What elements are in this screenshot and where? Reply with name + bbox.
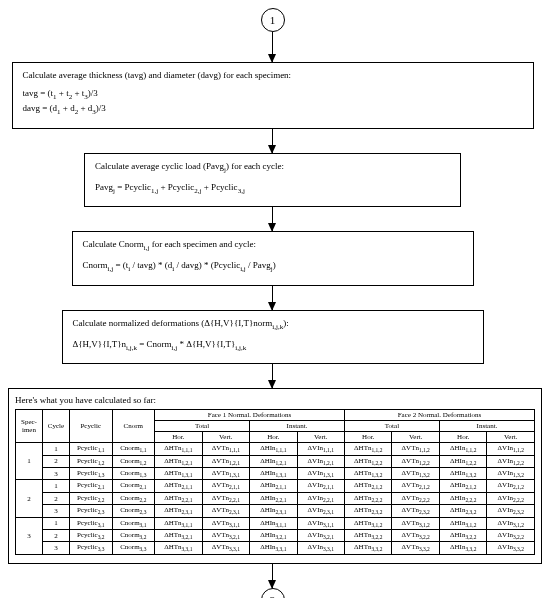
col-cycle: Cycle bbox=[42, 410, 69, 443]
cell-value: ΔHTn2,1,2 bbox=[345, 480, 392, 492]
table-row: 3Pcyclic1,3Cnorm1,3ΔHTn1,3,1ΔVTn1,3,1ΔHI… bbox=[16, 468, 535, 480]
cell-value: ΔHIn1,1,1 bbox=[250, 443, 297, 455]
col-face1: Face 1 Normal. Deformations bbox=[155, 410, 345, 421]
col-vert: Vert. bbox=[202, 432, 249, 443]
cell-specimen: 1 bbox=[16, 443, 43, 480]
cell-value: ΔVTn1,2,1 bbox=[202, 455, 249, 467]
cell-cnorm: Cnorm3,3 bbox=[112, 542, 155, 554]
cell-value: ΔVIn3,1,1 bbox=[297, 517, 344, 529]
cell-cycle: 1 bbox=[42, 443, 69, 455]
table-row: 21Pcyclic2,1Cnorm2,1ΔHTn2,1,1ΔVTn2,1,1ΔH… bbox=[16, 480, 535, 492]
cell-value: ΔVTn3,1,2 bbox=[392, 517, 439, 529]
step-2-title: Calculate average cyclic load (Pavgj) fo… bbox=[95, 160, 450, 175]
cell-value: ΔVTn3,3,1 bbox=[202, 542, 249, 554]
cell-value: ΔHIn1,3,2 bbox=[439, 468, 486, 480]
cell-value: ΔVIn1,3,2 bbox=[487, 468, 535, 480]
cell-value: ΔVTn2,1,1 bbox=[202, 480, 249, 492]
table-row: 3Pcyclic2,3Cnorm2,3ΔHTn2,3,1ΔVTn2,3,1ΔHI… bbox=[16, 505, 535, 517]
cell-value: ΔVIn1,1,2 bbox=[487, 443, 535, 455]
table-row: 11Pcyclic1,1Cnorm1,1ΔHTn1,1,1ΔVTn1,1,1ΔH… bbox=[16, 443, 535, 455]
cell-cnorm: Cnorm2,2 bbox=[112, 492, 155, 504]
cell-value: ΔVTn1,3,1 bbox=[202, 468, 249, 480]
col-vert: Vert. bbox=[487, 432, 535, 443]
cell-value: ΔVIn3,3,2 bbox=[487, 542, 535, 554]
connector-bottom: 2 bbox=[261, 588, 285, 598]
arrow-icon bbox=[272, 207, 273, 231]
cell-value: ΔVTn3,1,1 bbox=[202, 517, 249, 529]
cell-value: ΔHIn1,1,2 bbox=[439, 443, 486, 455]
col-hor: Hor. bbox=[439, 432, 486, 443]
cell-value: ΔHIn2,3,2 bbox=[439, 505, 486, 517]
cell-cycle: 2 bbox=[42, 455, 69, 467]
arrow-icon bbox=[272, 286, 273, 310]
cell-cycle: 3 bbox=[42, 468, 69, 480]
step-4-title: Calculate normalized deformations (Δ{H,V… bbox=[73, 317, 473, 332]
step-1-box: Calculate average thickness (tavg) and d… bbox=[12, 62, 534, 129]
cell-value: ΔHIn3,2,2 bbox=[439, 530, 486, 542]
cell-value: ΔHTn2,2,1 bbox=[155, 492, 202, 504]
cell-value: ΔVIn1,3,1 bbox=[297, 468, 344, 480]
arrow-icon bbox=[272, 364, 273, 388]
cell-value: ΔHTn2,3,2 bbox=[345, 505, 392, 517]
cell-value: ΔVIn1,2,1 bbox=[297, 455, 344, 467]
col-vert: Vert. bbox=[297, 432, 344, 443]
arrow-icon bbox=[272, 32, 273, 62]
col-hor: Hor. bbox=[250, 432, 297, 443]
cell-value: ΔVTn2,1,2 bbox=[392, 480, 439, 492]
cell-specimen: 3 bbox=[16, 517, 43, 554]
cell-value: ΔVTn3,2,1 bbox=[202, 530, 249, 542]
col-hor: Hor. bbox=[345, 432, 392, 443]
step-1-title: Calculate average thickness (tavg) and d… bbox=[23, 69, 523, 81]
cell-value: ΔVIn1,1,1 bbox=[297, 443, 344, 455]
cell-value: ΔHTn1,1,2 bbox=[345, 443, 392, 455]
cell-pcyclic: Pcyclic2,2 bbox=[69, 492, 112, 504]
summary-table: Spec-imen Cycle Pcyclic Cnorm Face 1 Nor… bbox=[15, 409, 535, 555]
cell-value: ΔHTn1,3,2 bbox=[345, 468, 392, 480]
cell-value: ΔVIn3,1,2 bbox=[487, 517, 535, 529]
step-1-eq1: tavg = (t1 + t2 + t3)/3 bbox=[23, 87, 523, 102]
cell-value: ΔVTn3,2,2 bbox=[392, 530, 439, 542]
col-vert: Vert. bbox=[392, 432, 439, 443]
cell-value: ΔHTn1,3,1 bbox=[155, 468, 202, 480]
cell-cycle: 3 bbox=[42, 542, 69, 554]
cell-value: ΔHIn3,1,2 bbox=[439, 517, 486, 529]
table-head: Spec-imen Cycle Pcyclic Cnorm Face 1 Nor… bbox=[16, 410, 535, 443]
col-pcyclic: Pcyclic bbox=[69, 410, 112, 443]
table-body: 11Pcyclic1,1Cnorm1,1ΔHTn1,1,1ΔVTn1,1,1ΔH… bbox=[16, 443, 535, 555]
cell-value: ΔHTn2,2,2 bbox=[345, 492, 392, 504]
cell-cycle: 2 bbox=[42, 530, 69, 542]
arrow-icon bbox=[272, 564, 273, 588]
col-hor: Hor. bbox=[155, 432, 202, 443]
step-1-eq2: davg = (d1 + d2 + d3)/3 bbox=[23, 102, 523, 117]
cell-value: ΔVTn1,1,2 bbox=[392, 443, 439, 455]
col-face2: Face 2 Normal. Deformations bbox=[345, 410, 535, 421]
step-2-box: Calculate average cyclic load (Pavgj) fo… bbox=[84, 153, 461, 208]
cell-value: ΔHTn1,2,1 bbox=[155, 455, 202, 467]
arrow-icon bbox=[272, 129, 273, 153]
table-row: 3Pcyclic3,3Cnorm3,3ΔHTn3,3,1ΔVTn3,3,1ΔHI… bbox=[16, 542, 535, 554]
cell-value: ΔHIn3,2,1 bbox=[250, 530, 297, 542]
cell-value: ΔVIn2,3,1 bbox=[297, 505, 344, 517]
step-4-box: Calculate normalized deformations (Δ{H,V… bbox=[62, 310, 484, 365]
cell-value: ΔHTn3,2,2 bbox=[345, 530, 392, 542]
cell-value: ΔHIn1,2,1 bbox=[250, 455, 297, 467]
col-cnorm: Cnorm bbox=[112, 410, 155, 443]
cell-value: ΔHTn2,1,1 bbox=[155, 480, 202, 492]
col-instant: Instant. bbox=[439, 421, 534, 432]
step-2-eq1: Pavgj = Pcyclic1,j + Pcyclic2,j + Pcycli… bbox=[95, 181, 450, 196]
cell-value: ΔVTn2,2,1 bbox=[202, 492, 249, 504]
cell-value: ΔHTn3,3,1 bbox=[155, 542, 202, 554]
cell-value: ΔHIn2,2,1 bbox=[250, 492, 297, 504]
step-4-eq1: Δ{H,V}{I,T}ni,j,k = Cnormi,j * Δ{H,V}{I,… bbox=[73, 338, 473, 353]
step-3-title: Calculate Cnormi,j for each specimen and… bbox=[83, 238, 463, 253]
cell-cnorm: Cnorm1,3 bbox=[112, 468, 155, 480]
cell-value: ΔHTn3,1,1 bbox=[155, 517, 202, 529]
col-specimen: Spec-imen bbox=[16, 410, 43, 443]
cell-value: ΔVIn3,3,1 bbox=[297, 542, 344, 554]
cell-value: ΔVTn3,3,2 bbox=[392, 542, 439, 554]
table-row: 2Pcyclic3,2Cnorm3,2ΔHTn3,2,1ΔVTn3,2,1ΔHI… bbox=[16, 530, 535, 542]
cell-pcyclic: Pcyclic3,2 bbox=[69, 530, 112, 542]
cell-pcyclic: Pcyclic1,2 bbox=[69, 455, 112, 467]
cell-value: ΔHIn2,1,1 bbox=[250, 480, 297, 492]
cell-pcyclic: Pcyclic3,1 bbox=[69, 517, 112, 529]
